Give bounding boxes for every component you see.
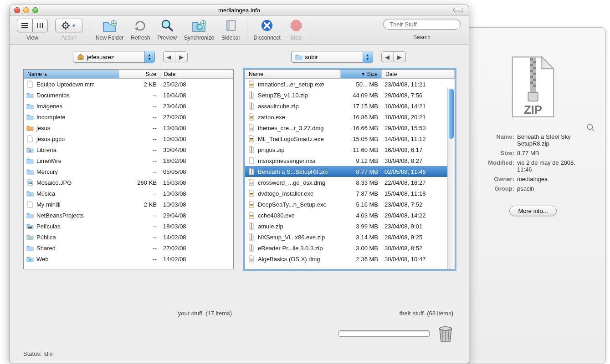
toolbar-toggle-button[interactable] bbox=[453, 8, 463, 12]
folder-music-icon bbox=[26, 190, 34, 197]
info-size: 8.77 MB bbox=[517, 150, 585, 157]
file-name: Beneath a S...SetupR8.zip bbox=[258, 168, 328, 175]
file-row[interactable]: themes_cre...r_3.27.dmg16.66 MB29/04/08,… bbox=[245, 122, 455, 133]
file-size: -- bbox=[119, 234, 160, 241]
file-row[interactable]: Beneath a S...SetupR8.zip8.77 MB02/05/08… bbox=[245, 166, 455, 177]
file-row[interactable]: crossword_...ge_osx.dmg8.33 MB22/04/08, … bbox=[245, 177, 455, 188]
file-name: jesus bbox=[36, 125, 50, 131]
dmg-icon bbox=[248, 179, 255, 186]
right-path-selector[interactable]: subir ▲▼ bbox=[291, 51, 373, 63]
view-list-button[interactable] bbox=[17, 19, 32, 32]
exe-icon bbox=[248, 201, 255, 208]
view-label: View bbox=[26, 35, 38, 41]
file-name: eReader Pr...ile 3.0.3.zip bbox=[258, 245, 323, 252]
file-row[interactable]: LimeWire--18/02/08 bbox=[24, 155, 233, 166]
titlebar[interactable]: mediaingea.info bbox=[10, 5, 469, 16]
info-owner-label: Owner: bbox=[481, 176, 517, 182]
new-folder-button[interactable] bbox=[102, 19, 118, 32]
right-scrollbar[interactable] bbox=[447, 88, 455, 269]
file-size: -- bbox=[119, 157, 160, 164]
action-button[interactable]: ▼ bbox=[55, 19, 82, 32]
stop-button[interactable] bbox=[288, 19, 304, 32]
file-row[interactable]: SetupZB_v1.10.zip44.09 MB29/04/08, 7:56 bbox=[245, 90, 455, 101]
file-row[interactable]: cche4030.exe4.03 MB29/04/08, 14:22 bbox=[245, 210, 455, 221]
left-path-selector[interactable]: jefesuarez ▲▼ bbox=[73, 51, 155, 63]
sidebar-button[interactable] bbox=[223, 19, 239, 32]
more-info-button[interactable]: More info... bbox=[509, 206, 556, 216]
file-row[interactable]: Música--10/03/08 bbox=[24, 188, 233, 199]
file-date: 29/04/08, 7:56 bbox=[382, 92, 455, 99]
file-row[interactable]: Películas--18/03/08 bbox=[24, 221, 233, 232]
search-input[interactable] bbox=[390, 21, 466, 28]
left-pane: Name ▲ Size Date Equipo Uptodown.mm2 KB2… bbox=[23, 69, 234, 269]
file-row[interactable]: My mini$2 KB10/03/08 bbox=[24, 199, 233, 210]
file-row[interactable]: Mosaico.JPG260 KB15/03/08 bbox=[24, 177, 233, 188]
file-row[interactable]: Mercury--05/05/08 bbox=[24, 166, 233, 177]
svg-rect-41 bbox=[533, 67, 536, 69]
disconnect-button[interactable] bbox=[259, 19, 275, 32]
file-row[interactable]: Shared--27/02/08 bbox=[24, 243, 233, 253]
file-name: Películas bbox=[36, 223, 61, 230]
file-size: 2 KB bbox=[119, 201, 160, 208]
zoom-button[interactable] bbox=[32, 7, 38, 13]
file-size: 3.00 MB bbox=[341, 245, 382, 252]
file-row[interactable]: DeepSeaTy...n_Setup.exe5.16 MB23/04/08, … bbox=[245, 199, 455, 210]
file-date: 13/03/08 bbox=[160, 125, 233, 131]
folder-public-icon bbox=[26, 233, 34, 241]
file-row[interactable]: Pública--14/02/08 bbox=[24, 232, 233, 243]
preview-button[interactable] bbox=[159, 19, 175, 32]
search-field[interactable] bbox=[383, 19, 461, 30]
file-row[interactable]: jesus.pgco--10/03/08 bbox=[24, 133, 233, 144]
file-row[interactable]: pingus.zip11.60 MB16/04/08, 6:17 bbox=[245, 144, 455, 155]
right-back-button[interactable]: ◀ bbox=[382, 52, 394, 62]
right-col-size[interactable]: ▼ Size bbox=[341, 70, 382, 78]
file-name: Mosaico.JPG bbox=[36, 179, 72, 186]
file-row[interactable]: tmnationsf...er_setup.exe50... MB23/04/0… bbox=[245, 79, 455, 90]
synchronize-button[interactable] bbox=[191, 19, 207, 32]
file-row[interactable]: zattoo.exe16.86 MB10/04/08, 20:21 bbox=[245, 111, 455, 122]
left-col-size[interactable]: Size bbox=[119, 70, 160, 78]
file-row[interactable]: eReader Pr...ile 3.0.3.zip3.00 MB30/04/0… bbox=[245, 243, 455, 253]
right-forward-button[interactable]: ▶ bbox=[394, 52, 405, 62]
file-name: Web bbox=[36, 256, 49, 263]
file-row[interactable]: Imágenes--23/04/08 bbox=[24, 101, 233, 111]
progress-bar bbox=[338, 330, 430, 337]
left-file-list[interactable]: Equipo Uptodown.mm2 KB25/02/08Documentos… bbox=[24, 79, 233, 269]
file-row[interactable]: msnxpmessenger.msi9.12 MB30/04/08, 8:27 bbox=[245, 155, 455, 166]
folder-icon bbox=[26, 102, 34, 110]
file-row[interactable]: Incomplete--27/02/08 bbox=[24, 111, 233, 122]
file-size: -- bbox=[119, 168, 160, 175]
file-date: 23/04/08 bbox=[160, 103, 233, 110]
file-row[interactable]: jesus--13/03/08 bbox=[24, 122, 233, 133]
right-col-date[interactable]: Date bbox=[382, 70, 455, 78]
file-size: -- bbox=[119, 92, 160, 99]
image-icon bbox=[26, 179, 34, 186]
minimize-button[interactable] bbox=[23, 7, 29, 13]
file-row[interactable]: Equipo Uptodown.mm2 KB25/02/08 bbox=[24, 79, 233, 90]
file-row[interactable]: Librería--30/04/08 bbox=[24, 144, 233, 155]
file-row[interactable]: Web--14/02/08 bbox=[24, 253, 233, 264]
file-row[interactable]: AlgeBasics (OS X).dmg2.36 MB30/04/08, 10… bbox=[245, 253, 455, 264]
view-column-button[interactable] bbox=[32, 19, 48, 32]
left-back-button[interactable]: ◀ bbox=[164, 52, 175, 62]
file-date: 22/04/08, 16:27 bbox=[382, 179, 455, 186]
file-row[interactable]: NetBeansProjects--29/04/08 bbox=[24, 210, 233, 221]
refresh-button[interactable] bbox=[132, 19, 149, 32]
svg-rect-48 bbox=[528, 92, 538, 101]
left-col-date[interactable]: Date bbox=[160, 70, 233, 78]
left-col-name[interactable]: Name ▲ bbox=[24, 70, 119, 78]
right-file-list[interactable]: tmnationsf...er_setup.exe50... MB23/04/0… bbox=[245, 79, 455, 269]
scrollbar-thumb[interactable] bbox=[449, 89, 454, 139]
file-row[interactable]: dvdtogo_installer.exe7.87 MB15/04/08, 11… bbox=[245, 188, 455, 199]
file-row[interactable]: Documentos--16/04/08 bbox=[24, 90, 233, 101]
left-forward-button[interactable]: ▶ bbox=[175, 52, 187, 62]
file-row[interactable]: assaultcube.zip17.15 MB10/04/08, 14:21 bbox=[245, 101, 455, 111]
file-row[interactable]: amule.zip3.99 MB23/04/08, 9:01 bbox=[245, 221, 455, 232]
file-row[interactable]: ML_TrailLogoSmartz.exe15.05 MB14/04/08, … bbox=[245, 133, 455, 144]
right-path-label: subir bbox=[302, 54, 363, 61]
zoom-icon[interactable] bbox=[586, 123, 595, 131]
right-col-name[interactable]: Name bbox=[245, 70, 341, 78]
file-row[interactable]: NXSetup_Vi...x86.exe.zip3.14 MB28/04/08,… bbox=[245, 232, 455, 243]
close-button[interactable] bbox=[14, 7, 20, 13]
trash-icon[interactable] bbox=[436, 324, 455, 343]
